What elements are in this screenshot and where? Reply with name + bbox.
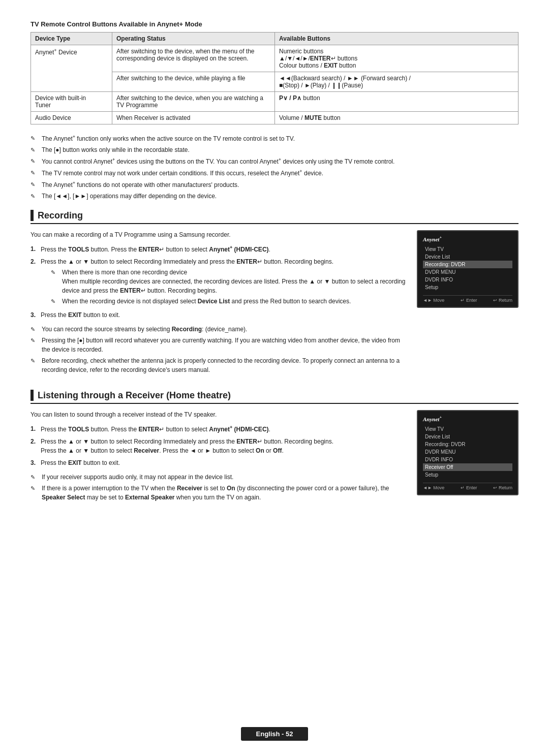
screen-footer: ◄► Move ↵ Enter ↩ Return (423, 483, 512, 490)
step-content: Press the EXIT button to exit. (41, 458, 408, 467)
table-row: Audio Device When Receiver is activated … (31, 112, 518, 124)
footer-enter: ↵ Enter (461, 485, 477, 490)
listening-content: You can listen to sound through a receiv… (30, 410, 518, 511)
note-icon: ✎ (30, 473, 40, 482)
menu-item-highlighted: Recording: DVDR (423, 261, 512, 268)
buttons-tuner: P∨ / P∧ button (275, 92, 518, 112)
note-icon: ✎ (30, 484, 40, 493)
step-num: 2. (30, 257, 41, 307)
footer-return: ↩ Return (493, 298, 512, 303)
note-text: Before recording, check whether the ante… (42, 356, 408, 374)
step-content: Press the ▲ or ▼ button to select Record… (41, 257, 408, 307)
note-icon: ✎ (30, 134, 40, 143)
screen-mockup-recording: Anynet+ View TV Device List Recording: D… (417, 230, 518, 308)
note-text: Pressing the [●] button will record what… (42, 336, 408, 354)
step-item: 2. Press the ▲ or ▼ button to select Rec… (30, 257, 408, 307)
step-content: Press the TOOLS button. Press the ENTER↵… (41, 424, 408, 434)
general-notes: ✎ The Anynet+ function only works when t… (30, 134, 518, 201)
note-text: The Anynet+ function only works when the… (42, 134, 295, 143)
step-num: 2. (30, 437, 41, 455)
recording-screen: Anynet+ View TV Device List Recording: D… (417, 230, 518, 384)
note-item: ✎ You can record the source streams by s… (30, 325, 408, 334)
note-item: ✎ The [◄◄], [►►] operations may differ d… (30, 192, 518, 201)
note-text: When the recording device is not display… (62, 297, 351, 306)
section-heading-bar (30, 210, 34, 221)
step-num: 3. (30, 310, 41, 320)
listening-section-heading: Listening through a Receiver (Home theat… (30, 390, 518, 404)
recording-left: You can make a recording of a TV Program… (30, 230, 408, 384)
sub-note: ✎ When the recording device is not displ… (51, 297, 408, 306)
note-icon: ✎ (30, 169, 40, 177)
note-item: ✎ If there is a power interruption to th… (30, 484, 408, 502)
note-icon: ✎ (51, 268, 60, 277)
step-content: Press the ▲ or ▼ button to select Record… (41, 437, 408, 455)
step-content: Press the EXIT button to exit. (41, 310, 408, 320)
note-item: ✎ You cannot control Anynet+ devices usi… (30, 156, 518, 166)
note-icon: ✎ (30, 357, 40, 365)
status-tuner: After switching to the device, when you … (112, 92, 275, 112)
table-section: TV Remote Control Buttons Available in A… (30, 20, 518, 124)
device-tuner: Device with built-inTuner (31, 92, 112, 112)
status-anynet-2: After switching to the device, while pla… (112, 72, 275, 92)
menu-item: DVDR INFO (423, 456, 512, 463)
recording-after-notes: ✎ You can record the source streams by s… (30, 325, 408, 374)
buttons-anynet-2: ◄◄(Backward search) / ►► (Forward search… (275, 72, 518, 92)
col-header-device: Device Type (31, 33, 112, 45)
listening-after-notes: ✎ If your receiver supports audio only, … (30, 472, 408, 502)
recording-content: You can make a recording of a TV Program… (30, 230, 518, 384)
note-icon: ✎ (30, 157, 40, 166)
screen-brand: Anynet+ (423, 415, 512, 422)
col-header-buttons: Available Buttons (275, 33, 518, 45)
step-item: 2. Press the ▲ or ▼ button to select Rec… (30, 437, 408, 455)
listening-heading-text: Listening through a Receiver (Home theat… (38, 390, 231, 401)
note-item: ✎ Before recording, check whether the an… (30, 356, 408, 374)
table-row: Anynet+ Device After switching to the de… (31, 45, 518, 72)
table-row: Device with built-inTuner After switchin… (31, 92, 518, 112)
listening-steps: 1. Press the TOOLS button. Press the ENT… (30, 424, 408, 467)
menu-item: DVDR INFO (423, 276, 512, 284)
step-content: Press the TOOLS button. Press the ENTER↵… (41, 244, 408, 254)
note-icon: ✎ (30, 180, 40, 189)
footer-enter: ↵ Enter (461, 298, 477, 303)
menu-item: Device List (423, 433, 512, 440)
note-text: You cannot control Anynet+ devices using… (42, 156, 394, 166)
buttons-audio: Volume / MUTE button (275, 112, 518, 124)
note-icon: ✎ (30, 146, 40, 154)
note-item: ✎ The TV remote control may not work und… (30, 168, 518, 178)
step-num: 1. (30, 244, 41, 254)
remote-buttons-table: Device Type Operating Status Available B… (30, 32, 518, 124)
sub-note: ✎ When there is more than one recording … (51, 268, 408, 295)
step-item: 1. Press the TOOLS button. Press the ENT… (30, 424, 408, 434)
recording-intro: You can make a recording of a TV Program… (30, 230, 408, 239)
menu-item: Setup (423, 471, 512, 479)
screen-footer: ◄► Move ↵ Enter ↩ Return (423, 295, 512, 303)
menu-item: Setup (423, 284, 512, 291)
recording-heading-text: Recording (38, 210, 83, 221)
recording-steps: 1. Press the TOOLS button. Press the ENT… (30, 244, 408, 320)
screen-mockup-listening: Anynet+ View TV Device List Recording: D… (417, 410, 518, 495)
buttons-anynet-1: Numeric buttons ▲/▼/◄/►/ENTER↵ buttons C… (275, 45, 518, 72)
note-icon: ✎ (51, 297, 60, 306)
note-item: ✎ The [●] button works only while in the… (30, 145, 518, 154)
menu-item: View TV (423, 245, 512, 253)
recording-section-heading: Recording (30, 210, 518, 224)
footer-badge: English - 52 (241, 727, 309, 741)
step-item: 1. Press the TOOLS button. Press the ENT… (30, 244, 408, 254)
status-anynet-1: After switching to the device, when the … (112, 45, 275, 72)
note-item: ✎ The Anynet+ function only works when t… (30, 134, 518, 143)
status-audio: When Receiver is activated (112, 112, 275, 124)
note-text: When there is more than one recording de… (62, 268, 408, 295)
menu-item: Device List (423, 253, 512, 261)
listening-left: You can listen to sound through a receiv… (30, 410, 408, 511)
note-icon: ✎ (30, 336, 40, 345)
menu-item: DVDR MENU (423, 448, 512, 456)
note-item: ✎ If your receiver supports audio only, … (30, 472, 408, 482)
footer-move: ◄► Move (423, 298, 444, 303)
page-footer: English - 52 (0, 727, 549, 741)
step-num: 3. (30, 458, 41, 467)
screen-brand: Anynet+ (423, 235, 512, 242)
step-num: 1. (30, 424, 41, 434)
note-text: The TV remote control may not work under… (42, 168, 323, 178)
menu-item: View TV (423, 425, 512, 433)
footer-return: ↩ Return (493, 485, 512, 490)
